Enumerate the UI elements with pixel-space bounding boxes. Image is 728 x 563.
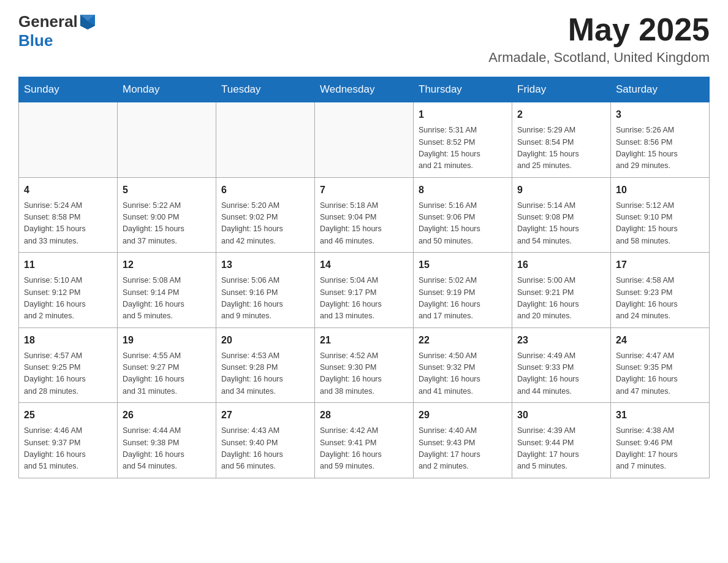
table-row: 19Sunrise: 4:55 AM Sunset: 9:27 PM Dayli… [118, 327, 216, 403]
day-number: 14 [320, 258, 408, 272]
day-info: Sunrise: 5:00 AM Sunset: 9:21 PM Dayligh… [517, 275, 605, 323]
table-row: 4Sunrise: 5:24 AM Sunset: 8:58 PM Daylig… [19, 177, 118, 253]
location-text: Armadale, Scotland, United Kingdom [488, 50, 710, 66]
day-number: 25 [24, 408, 112, 423]
col-friday: Friday [512, 77, 611, 102]
calendar-week-row: 4Sunrise: 5:24 AM Sunset: 8:58 PM Daylig… [19, 177, 710, 253]
day-number: 27 [221, 408, 309, 423]
table-row: 11Sunrise: 5:10 AM Sunset: 9:12 PM Dayli… [19, 253, 118, 328]
calendar-week-row: 18Sunrise: 4:57 AM Sunset: 9:25 PM Dayli… [19, 327, 710, 403]
day-info: Sunrise: 4:50 AM Sunset: 9:32 PM Dayligh… [419, 350, 507, 398]
day-info: Sunrise: 5:10 AM Sunset: 9:12 PM Dayligh… [24, 275, 112, 323]
table-row: 18Sunrise: 4:57 AM Sunset: 9:25 PM Dayli… [19, 327, 118, 403]
day-number: 4 [24, 183, 112, 197]
day-number: 9 [517, 183, 605, 197]
day-number: 17 [616, 258, 704, 272]
day-info: Sunrise: 5:22 AM Sunset: 9:00 PM Dayligh… [123, 200, 211, 248]
day-info: Sunrise: 5:06 AM Sunset: 9:16 PM Dayligh… [221, 275, 309, 323]
table-row: 14Sunrise: 5:04 AM Sunset: 9:17 PM Dayli… [315, 253, 414, 328]
table-row: 31Sunrise: 4:38 AM Sunset: 9:46 PM Dayli… [611, 403, 710, 478]
day-number: 20 [221, 333, 309, 348]
table-row: 10Sunrise: 5:12 AM Sunset: 9:10 PM Dayli… [611, 177, 710, 253]
col-tuesday: Tuesday [216, 77, 315, 102]
col-thursday: Thursday [414, 77, 512, 102]
table-row: 2Sunrise: 5:29 AM Sunset: 8:54 PM Daylig… [512, 102, 611, 178]
day-number: 8 [419, 183, 507, 197]
day-number: 28 [320, 408, 408, 423]
logo: General Blue [18, 12, 96, 50]
table-row: 29Sunrise: 4:40 AM Sunset: 9:43 PM Dayli… [414, 403, 512, 478]
day-number: 16 [517, 258, 605, 272]
day-number: 1 [419, 107, 507, 122]
day-number: 7 [320, 183, 408, 197]
calendar-header-row: Sunday Monday Tuesday Wednesday Thursday… [19, 77, 710, 102]
day-info: Sunrise: 5:12 AM Sunset: 9:10 PM Dayligh… [616, 200, 704, 248]
day-number: 24 [616, 333, 704, 348]
day-info: Sunrise: 4:46 AM Sunset: 9:37 PM Dayligh… [24, 425, 112, 473]
logo-icon [79, 12, 96, 29]
calendar-week-row: 1Sunrise: 5:31 AM Sunset: 8:52 PM Daylig… [19, 102, 710, 178]
table-row [118, 102, 216, 178]
day-info: Sunrise: 4:43 AM Sunset: 9:40 PM Dayligh… [221, 425, 309, 473]
day-number: 3 [616, 107, 704, 122]
table-row: 5Sunrise: 5:22 AM Sunset: 9:00 PM Daylig… [118, 177, 216, 253]
day-info: Sunrise: 4:58 AM Sunset: 9:23 PM Dayligh… [616, 275, 704, 323]
col-sunday: Sunday [19, 77, 118, 102]
day-number: 19 [123, 333, 211, 348]
table-row: 26Sunrise: 4:44 AM Sunset: 9:38 PM Dayli… [118, 403, 216, 478]
day-number: 12 [123, 258, 211, 272]
page-header: General Blue May 2025 Armadale, Scotland… [18, 12, 710, 66]
day-number: 6 [221, 183, 309, 197]
table-row: 12Sunrise: 5:08 AM Sunset: 9:14 PM Dayli… [118, 253, 216, 328]
day-number: 23 [517, 333, 605, 348]
day-info: Sunrise: 4:55 AM Sunset: 9:27 PM Dayligh… [123, 350, 211, 398]
day-number: 10 [616, 183, 704, 197]
calendar-table: Sunday Monday Tuesday Wednesday Thursday… [18, 77, 710, 478]
day-info: Sunrise: 5:18 AM Sunset: 9:04 PM Dayligh… [320, 200, 408, 248]
day-info: Sunrise: 4:47 AM Sunset: 9:35 PM Dayligh… [616, 350, 704, 398]
logo-blue-text: Blue [18, 31, 53, 50]
table-row: 23Sunrise: 4:49 AM Sunset: 9:33 PM Dayli… [512, 327, 611, 403]
table-row: 3Sunrise: 5:26 AM Sunset: 8:56 PM Daylig… [611, 102, 710, 178]
day-info: Sunrise: 4:42 AM Sunset: 9:41 PM Dayligh… [320, 425, 408, 473]
table-row: 16Sunrise: 5:00 AM Sunset: 9:21 PM Dayli… [512, 253, 611, 328]
table-row [216, 102, 315, 178]
table-row: 20Sunrise: 4:53 AM Sunset: 9:28 PM Dayli… [216, 327, 315, 403]
table-row: 1Sunrise: 5:31 AM Sunset: 8:52 PM Daylig… [414, 102, 512, 178]
table-row: 17Sunrise: 4:58 AM Sunset: 9:23 PM Dayli… [611, 253, 710, 328]
table-row: 21Sunrise: 4:52 AM Sunset: 9:30 PM Dayli… [315, 327, 414, 403]
table-row: 30Sunrise: 4:39 AM Sunset: 9:44 PM Dayli… [512, 403, 611, 478]
col-wednesday: Wednesday [315, 77, 414, 102]
table-row [19, 102, 118, 178]
day-number: 11 [24, 258, 112, 272]
title-block: May 2025 Armadale, Scotland, United King… [488, 12, 710, 66]
month-title: May 2025 [488, 12, 710, 47]
day-number: 13 [221, 258, 309, 272]
day-number: 2 [517, 107, 605, 122]
day-number: 31 [616, 408, 704, 423]
table-row: 24Sunrise: 4:47 AM Sunset: 9:35 PM Dayli… [611, 327, 710, 403]
table-row [315, 102, 414, 178]
calendar-week-row: 11Sunrise: 5:10 AM Sunset: 9:12 PM Dayli… [19, 253, 710, 328]
day-info: Sunrise: 5:29 AM Sunset: 8:54 PM Dayligh… [517, 124, 605, 172]
day-number: 22 [419, 333, 507, 348]
day-info: Sunrise: 4:57 AM Sunset: 9:25 PM Dayligh… [24, 350, 112, 398]
day-info: Sunrise: 4:39 AM Sunset: 9:44 PM Dayligh… [517, 425, 605, 473]
day-info: Sunrise: 5:20 AM Sunset: 9:02 PM Dayligh… [221, 200, 309, 248]
day-info: Sunrise: 5:26 AM Sunset: 8:56 PM Dayligh… [616, 124, 704, 172]
day-info: Sunrise: 4:40 AM Sunset: 9:43 PM Dayligh… [419, 425, 507, 473]
day-number: 26 [123, 408, 211, 423]
day-info: Sunrise: 4:49 AM Sunset: 9:33 PM Dayligh… [517, 350, 605, 398]
day-info: Sunrise: 4:53 AM Sunset: 9:28 PM Dayligh… [221, 350, 309, 398]
day-number: 5 [123, 183, 211, 197]
calendar-week-row: 25Sunrise: 4:46 AM Sunset: 9:37 PM Dayli… [19, 403, 710, 478]
table-row: 28Sunrise: 4:42 AM Sunset: 9:41 PM Dayli… [315, 403, 414, 478]
day-number: 15 [419, 258, 507, 272]
logo-general-text: General [18, 12, 78, 31]
day-number: 21 [320, 333, 408, 348]
table-row: 13Sunrise: 5:06 AM Sunset: 9:16 PM Dayli… [216, 253, 315, 328]
table-row: 22Sunrise: 4:50 AM Sunset: 9:32 PM Dayli… [414, 327, 512, 403]
day-info: Sunrise: 5:04 AM Sunset: 9:17 PM Dayligh… [320, 275, 408, 323]
day-info: Sunrise: 4:38 AM Sunset: 9:46 PM Dayligh… [616, 425, 704, 473]
table-row: 9Sunrise: 5:14 AM Sunset: 9:08 PM Daylig… [512, 177, 611, 253]
